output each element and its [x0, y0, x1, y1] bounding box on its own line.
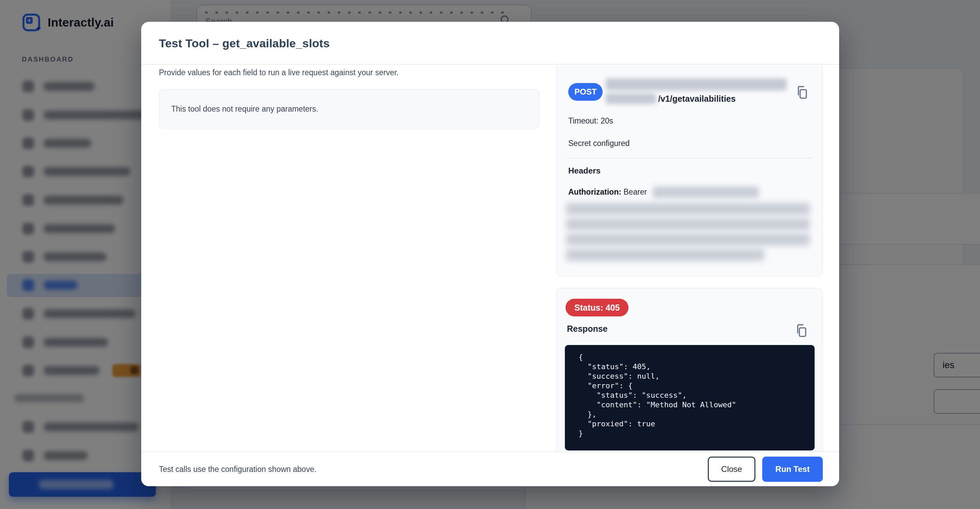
- copy-url-icon[interactable]: [795, 84, 811, 101]
- url-line: /v1/getavailabilities: [606, 93, 736, 104]
- redacted-token-line: [566, 249, 764, 261]
- headers-heading: Headers: [568, 166, 601, 176]
- response-json: { "status": 405, "success": null, "error…: [565, 345, 815, 449]
- response-heading: Response: [567, 324, 608, 334]
- modal-subtitle: Provide values for each field to run a l…: [159, 68, 398, 77]
- authorization-scheme: Bearer: [624, 188, 647, 196]
- footer-note: Test calls use the configuration shown a…: [159, 452, 317, 486]
- redacted-token-line: [566, 234, 810, 246]
- run-test-button[interactable]: Run Test: [762, 457, 823, 482]
- response-code-block[interactable]: { "status": 405, "success": null, "error…: [565, 345, 815, 450]
- divider: [567, 158, 812, 159]
- modal-footer: Test calls use the configuration shown a…: [141, 452, 839, 486]
- http-method-badge: POST: [568, 83, 603, 101]
- modal-header: Test Tool – get_available_slots: [141, 22, 839, 65]
- authorization-label: Authorization:: [568, 188, 621, 196]
- redacted-token-line: [566, 203, 810, 215]
- screen: + ✦ Interactly.ai DASHBOARD: [0, 0, 980, 509]
- test-tool-modal: Test Tool – get_available_slots Provide …: [141, 22, 839, 486]
- status-badge: Status: 405: [566, 299, 628, 317]
- server-details-heading: Server Details: [568, 65, 624, 66]
- authorization-line: Authorization: Bearer: [568, 186, 759, 198]
- close-button[interactable]: Close: [708, 457, 756, 482]
- redacted-token-segment: [653, 186, 759, 198]
- redacted-token-line: [566, 218, 810, 230]
- secret-text: Secret configured: [568, 139, 630, 148]
- modal-title: Test Tool – get_available_slots: [159, 22, 330, 65]
- parameters-empty-message: This tool does not require any parameter…: [171, 105, 318, 114]
- footer-buttons: Close Run Test: [708, 457, 823, 482]
- parameters-empty-box: This tool does not require any parameter…: [159, 89, 539, 129]
- method-row: POST: [568, 83, 603, 101]
- response-panel: Status: 405 Response { "status": 405, "s…: [556, 288, 823, 452]
- redacted-url-line: [606, 78, 787, 91]
- redacted-url-segment: [606, 93, 656, 104]
- timeout-text: Timeout: 20s: [568, 116, 613, 126]
- url-path: /v1/getavailabilities: [658, 94, 736, 104]
- modal-body: Provide values for each field to run a l…: [141, 65, 839, 452]
- copy-response-icon[interactable]: [795, 323, 810, 339]
- server-details-panel: Server Details POST /v1/getavailabilitie…: [556, 65, 823, 276]
